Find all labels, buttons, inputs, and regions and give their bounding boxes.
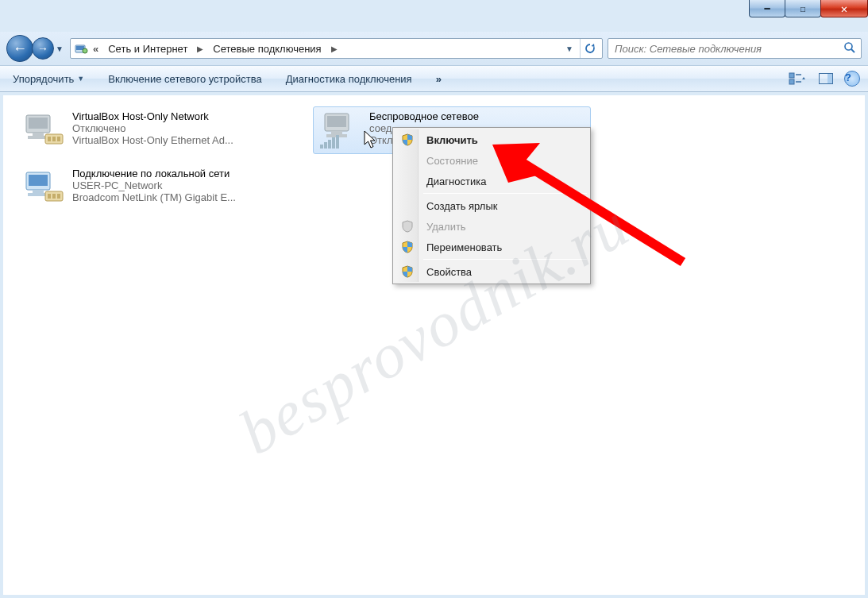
diagnose-connection-button[interactable]: Диагностика подключения (281, 70, 417, 88)
search-box[interactable] (608, 38, 862, 59)
svg-point-3 (845, 43, 852, 50)
svg-rect-6 (789, 79, 794, 84)
path-overflow-icon[interactable]: « (90, 43, 102, 55)
svg-rect-10 (827, 74, 832, 83)
network-adapter-connected-icon (21, 168, 64, 207)
breadcrumb-network-connections[interactable]: Сетевые подключения (208, 39, 326, 58)
close-button[interactable]: ✕ (820, 0, 868, 17)
svg-rect-28 (327, 116, 346, 127)
address-dropdown-icon[interactable]: ▼ (561, 40, 578, 57)
menu-properties[interactable]: Свойства (395, 261, 588, 282)
help-button[interactable]: ? (844, 71, 860, 87)
enable-device-button[interactable]: Включение сетевого устройства (103, 70, 266, 88)
location-icon (74, 41, 88, 56)
svg-rect-26 (57, 194, 60, 199)
search-input[interactable] (613, 42, 843, 56)
command-toolbar: Упорядочить▼ Включение сетевого устройст… (0, 65, 868, 92)
organize-menu[interactable]: Упорядочить▼ (8, 70, 89, 88)
connection-device: VirtualBox Host-Only Ethernet Ad... (72, 134, 288, 146)
network-adapter-disabled-icon (21, 110, 64, 150)
nav-forward-button[interactable]: → (32, 37, 54, 60)
svg-rect-16 (48, 137, 51, 141)
navigation-bar: ← → ▼ « Сеть и Интернет ▶ Сетевые подклю… (0, 32, 868, 65)
connection-name: Беспроводное сетевое (369, 110, 585, 122)
svg-rect-21 (33, 190, 44, 193)
menu-enable[interactable]: Включить (395, 129, 588, 150)
nav-history-dropdown[interactable]: ▼ (54, 37, 65, 60)
connection-local-area[interactable]: Подключение по локальной сети USER-PC_Ne… (16, 164, 294, 211)
connection-name: VirtualBox Host-Only Network (72, 110, 288, 122)
refresh-button[interactable] (580, 39, 599, 58)
shield-icon (401, 220, 414, 233)
menu-create-shortcut[interactable]: Создать ярлык (395, 195, 588, 216)
shield-icon (401, 133, 414, 146)
breadcrumb-network-internet[interactable]: Сеть и Интернет (103, 39, 192, 58)
network-connections-window: ━ ☐ ✕ ← → ▼ « Сеть и Интернет ▶ Сетевые … (0, 0, 868, 598)
preview-pane-button[interactable] (816, 70, 836, 87)
nav-back-button[interactable]: ← (6, 35, 33, 62)
menu-rename[interactable]: Переименовать (395, 237, 588, 257)
minimize-button[interactable]: ━ (749, 0, 785, 17)
shield-icon (401, 241, 414, 253)
change-view-button[interactable] (787, 70, 808, 87)
breadcrumb-separator-icon[interactable]: ▶ (328, 39, 341, 58)
svg-rect-13 (33, 133, 44, 136)
svg-rect-17 (52, 137, 56, 141)
connection-status: Отключено (72, 122, 288, 134)
svg-rect-20 (29, 175, 48, 186)
menu-delete: Удалить (395, 216, 588, 237)
connection-vbox-host-only[interactable]: VirtualBox Host-Only Network Отключено V… (16, 106, 294, 154)
menu-separator (423, 193, 587, 194)
menu-separator (423, 259, 587, 260)
wireless-adapter-disabled-icon (318, 110, 361, 150)
breadcrumb-separator-icon[interactable]: ▶ (194, 39, 206, 58)
svg-rect-18 (57, 137, 60, 141)
address-bar[interactable]: « Сеть и Интернет ▶ Сетевые подключения … (70, 38, 603, 59)
context-menu: Включить Состояние Диагностика Создать я… (392, 127, 591, 284)
toolbar-overflow-button[interactable]: » (431, 70, 447, 88)
connection-name: Подключение по локальной сети (72, 168, 288, 179)
svg-rect-25 (52, 194, 56, 199)
connection-status: USER-PC_Network (72, 179, 288, 191)
window-controls: ━ ☐ ✕ (750, 0, 868, 17)
menu-diagnostics[interactable]: Диагностика (395, 171, 588, 191)
svg-rect-29 (331, 131, 342, 134)
menu-state: Состояние (395, 150, 588, 171)
shield-icon (401, 265, 414, 278)
svg-rect-24 (48, 194, 51, 199)
svg-line-4 (851, 49, 854, 52)
svg-point-2 (83, 48, 87, 53)
search-icon (843, 41, 856, 56)
svg-rect-12 (29, 118, 48, 129)
svg-rect-5 (789, 73, 794, 78)
connection-device: Broadcom NetLink (TM) Gigabit E... (72, 191, 288, 203)
maximize-button[interactable]: ☐ (785, 0, 821, 17)
